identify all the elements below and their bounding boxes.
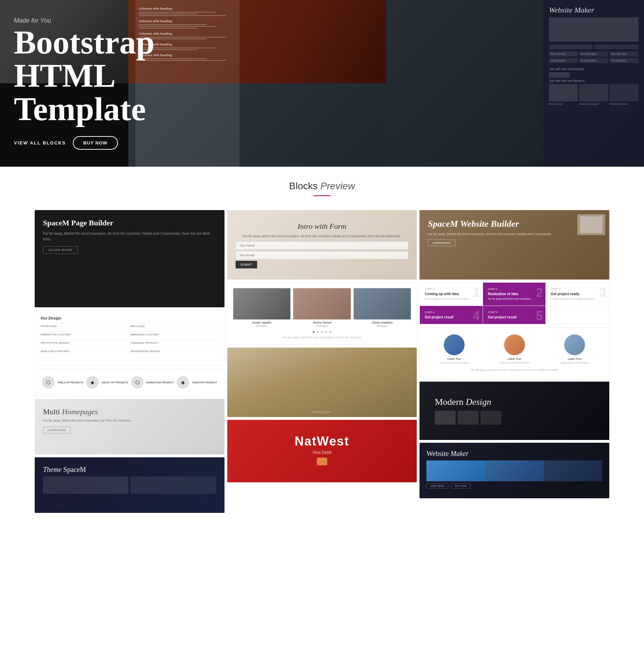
hero-preview-label: Retina ready bbox=[549, 103, 578, 105]
design-title: Our Design bbox=[41, 316, 219, 320]
view-all-blocks-button[interactable]: VIEW ALL BLOCKS bbox=[14, 140, 66, 145]
circle-image-1 bbox=[444, 334, 465, 355]
card-spacem-website-builder[interactable]: SpaceM Website Builder Far far away, beh… bbox=[420, 210, 609, 280]
circle-text-1: Lorem ipsum dolor sit amet bbox=[440, 361, 469, 364]
step-label: STEP 3 bbox=[551, 288, 604, 291]
blocks-preview: SpaceM Page Builder Far far away, behind… bbox=[0, 203, 644, 534]
col-heading-1: Columns with heading bbox=[139, 7, 236, 10]
team-name-2: Jimmy Moore bbox=[293, 321, 351, 324]
design-item: MARKETING CONTENT bbox=[41, 331, 128, 338]
hero-content: Made for You BootstrapHTMLTemplate VIEW … bbox=[0, 17, 154, 150]
step-label: STEP 4 bbox=[425, 311, 478, 314]
icon-circle-3: ⬡ bbox=[131, 376, 144, 389]
step-title: Get project ready bbox=[551, 292, 604, 296]
card-title: Theme SpaceM bbox=[43, 466, 216, 474]
team-description: Far far away, behind the word mountains,… bbox=[233, 336, 411, 339]
website-maker-btn-2[interactable]: BUY NOW bbox=[451, 483, 470, 489]
circle-label-1: Label Text bbox=[440, 357, 469, 360]
form-input-email[interactable] bbox=[236, 251, 409, 259]
card-multi-homepages[interactable]: Multi Homepages Far far away, behind the… bbox=[35, 399, 224, 455]
design-grid: FRONT END BACK END MARKETING CONTENT BRA… bbox=[41, 323, 219, 354]
spi-item: Text with titled bbox=[610, 58, 638, 63]
design-item: ANALYSIS STRATEGY bbox=[41, 348, 128, 354]
natwest-subtitle: Visa Debit bbox=[295, 450, 349, 455]
learn-more-button[interactable]: LEARN MORE bbox=[43, 246, 78, 254]
right-column: SpaceM Website Builder Far far away, beh… bbox=[420, 210, 609, 513]
step-number: 2 bbox=[536, 285, 543, 300]
buy-now-button[interactable]: BUY NOW bbox=[73, 136, 118, 150]
circle-label-2: Label Text bbox=[500, 357, 529, 360]
thumb-img-2 bbox=[485, 460, 544, 481]
card-circles[interactable]: Label Text Lorem ipsum dolor sit amet La… bbox=[420, 327, 609, 379]
col-line bbox=[139, 14, 197, 14]
card-icons-row[interactable]: ⬡ TABLE OF PROJECTS ◈ ABOUT OF PROJECTS … bbox=[35, 368, 224, 396]
hero-preview-tab-label-2: Tab with Text and Buttons bbox=[549, 79, 638, 83]
meeting-label: Meeting Room bbox=[313, 410, 331, 414]
hero-preview-label: McAlister Builder bbox=[610, 103, 638, 105]
spi-item: Text with title1 bbox=[549, 58, 578, 63]
card-spacem-theme[interactable]: Theme SpaceM bbox=[35, 457, 224, 513]
card-website-maker[interactable]: Website Maker VIEW DEMO BUY NOW bbox=[420, 443, 609, 498]
website-maker-btn-1[interactable]: VIEW DEMO bbox=[426, 483, 448, 489]
hero-buttons: VIEW ALL BLOCKS BUY NOW bbox=[14, 136, 154, 150]
icon-label: MARKETING PRODUCT bbox=[146, 381, 174, 384]
card-team[interactable]: Austin Sparks Designer Jimmy Moore Devel… bbox=[227, 282, 417, 345]
section-header: Blocks Preview bbox=[0, 167, 644, 203]
form-input-name[interactable] bbox=[236, 241, 409, 250]
meeting-room-image: Meeting Room bbox=[227, 348, 417, 417]
card-intro-form[interactable]: Intro with Form Far far away, behind the… bbox=[227, 210, 417, 280]
spi-item: Row with title3 bbox=[610, 51, 638, 57]
card-intro-title: Intro with Form bbox=[236, 222, 409, 231]
step-text: Far far away behind the word mountains bbox=[551, 297, 604, 301]
natwest-logo: NatWest bbox=[295, 434, 349, 449]
step-item-empty bbox=[546, 306, 609, 324]
circle-image-2 bbox=[504, 334, 525, 355]
hero-website-preview: Website Maker Row with title1 Row with t… bbox=[543, 0, 644, 167]
team-role-3: Manager bbox=[354, 324, 411, 327]
form-submit-button[interactable]: SUBMIT bbox=[236, 261, 257, 268]
card-spacem-page-builder[interactable]: SpaceM Page Builder Far far away, behind… bbox=[35, 210, 224, 307]
step-item-1: STEP 1 Coming up with idea Far far away … bbox=[420, 283, 483, 306]
website-maker-buttons: VIEW DEMO BUY NOW bbox=[426, 483, 602, 489]
circle-text-2: Lorem ipsum dolor sit amet bbox=[500, 361, 529, 364]
step-number: 3 bbox=[599, 285, 606, 300]
hero-preview-tab-label-1: Tab with Text and buttons bbox=[549, 67, 638, 71]
step-item-3: STEP 3 Get project ready Far far away be… bbox=[546, 283, 609, 306]
card-builder-title: SpaceM Website Builder bbox=[428, 218, 601, 229]
design-item: BRANDING CONTENT bbox=[130, 331, 218, 338]
modern-design-title: Modern Design bbox=[435, 397, 594, 407]
step-label: STEP 2 bbox=[488, 288, 541, 291]
card-title: SpaceM Page Builder bbox=[43, 218, 216, 227]
hero-preview-thumb-1 bbox=[549, 17, 638, 42]
card-intro-text: Far far away, behind the word mountains,… bbox=[236, 234, 409, 239]
team-name-1: Austin Sparks bbox=[233, 321, 291, 324]
thumb bbox=[458, 411, 478, 425]
design-item: BACK END bbox=[130, 323, 218, 329]
design-item: FRONT END bbox=[41, 323, 128, 329]
website-maker-title: Website Maker bbox=[426, 450, 602, 458]
natwest-content: NatWest Visa Debit bbox=[295, 434, 349, 468]
learn-more-button[interactable]: LEARN MORE bbox=[43, 427, 70, 433]
card-modern-design[interactable]: Modern Design bbox=[420, 382, 609, 440]
icon-circle-4: ◈ bbox=[177, 376, 189, 389]
step-number: 5 bbox=[536, 309, 543, 323]
team-photo-1 bbox=[233, 288, 291, 319]
step-number: 4 bbox=[473, 309, 480, 323]
builder-learn-more[interactable]: LEARN MORE bbox=[428, 240, 455, 246]
thumb bbox=[481, 411, 501, 425]
pagination-dots bbox=[233, 331, 411, 333]
hero-title: BootstrapHTMLTemplate bbox=[14, 26, 154, 126]
step-item-4: STEP 4 Get project result 4 bbox=[420, 306, 483, 324]
dot bbox=[329, 331, 331, 333]
card-steps[interactable]: STEP 1 Coming up with idea Far far away … bbox=[420, 282, 609, 324]
circle-label-3: Label Text bbox=[560, 357, 589, 360]
card-text: Far far away, behind the word mountains,… bbox=[43, 418, 216, 423]
card-natwest[interactable]: NatWest Visa Debit bbox=[227, 420, 417, 482]
card-our-design[interactable]: Our Design FRONT END BACK END MARKETING … bbox=[35, 310, 224, 366]
card-meeting-room[interactable]: Meeting Room bbox=[227, 348, 417, 417]
step-label: STEP 1 bbox=[425, 288, 478, 291]
step-number: 1 bbox=[473, 285, 480, 300]
modern-design-content: Modern Design bbox=[428, 390, 601, 432]
icon-label: ABOUT OF PROJECTS bbox=[102, 381, 128, 384]
thumb bbox=[435, 411, 456, 425]
